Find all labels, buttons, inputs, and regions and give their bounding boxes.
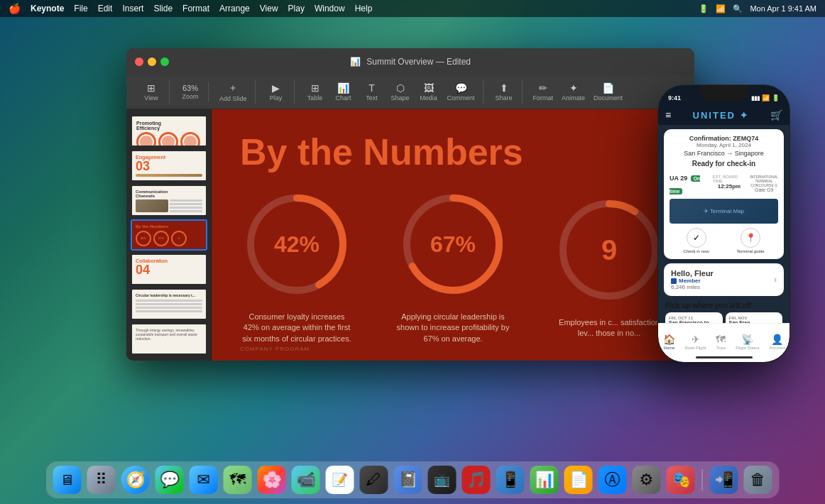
dock-maps[interactable]: 🗺 [224,466,252,494]
maximize-button[interactable] [160,57,169,66]
menu-slide[interactable]: Slide [153,4,173,13]
slide-thumb-8[interactable]: 8 By the Numbers 42% 67% 9 [131,219,207,251]
hamburger-menu[interactable]: ≡ [665,109,671,121]
dock-freeform[interactable]: 🖊 [360,466,388,494]
nav-home[interactable]: 🏠 Home [663,334,675,350]
slide-footer: COMPANY PROGRAM [240,346,310,352]
toolbar-animate-btn[interactable]: ✦ Animate [558,80,589,104]
menu-format[interactable]: Format [182,4,209,13]
toolbar-format-btn[interactable]: ✏ Format [530,80,557,104]
nav-trips[interactable]: 🗺 Trips [716,334,726,350]
document-icon: 📊 [350,57,361,67]
menu-play[interactable]: Play [288,4,305,13]
donut-chart-1: 42% [240,187,354,301]
toolbar-document-btn[interactable]: 📄 Document [590,80,626,104]
close-button[interactable] [135,57,143,66]
check-in-btn[interactable]: ✓ Check in now [683,228,709,253]
flight-card: Confirmation: ZEMQ74 Monday, April 1, 20… [664,129,784,259]
toolbar-table-btn[interactable]: ⊞ Table [302,80,329,104]
member-badge: Member [671,278,714,284]
dock-mail[interactable]: ✉ [190,466,218,494]
slide-thumb-7[interactable]: 7 CommunicationChannels [131,185,207,217]
keynote-canvas: By the Numbers 42% Consumer loyalty incr… [212,109,694,361]
nav-home-label: Home [663,346,674,350]
comic-icon: 🎭 [671,471,690,489]
dock-appstore[interactable]: Ⓐ [599,466,627,494]
dock-launchpad[interactable]: ⠿ [87,466,116,494]
nav-account-label: Account [769,346,785,350]
toolbar-add-slide-btn[interactable]: ＋ Add Slide [216,80,251,104]
slide-thumb-11[interactable]: 11 Through energy savings, renewables, s… [131,323,207,355]
slide-11-preview: Through energy savings, renewables, sust… [132,324,206,354]
menu-arrange[interactable]: Arrange [219,4,250,13]
signal-icon: ▮▮▮ [751,95,760,102]
toolbar-text-btn[interactable]: T Text [359,80,386,104]
donut-chart-3: 9 [552,193,666,307]
toolbar-comment-btn[interactable]: 💬 Comment [444,80,479,104]
nav-account[interactable]: 👤 Account [769,334,785,350]
dock-numbers[interactable]: 📊 [530,466,559,494]
slide-thumb-6[interactable]: 6 Engagement 03 [131,150,207,182]
apple-menu[interactable]: 🍎 [9,3,21,14]
iphone-screen: 9:41 ▮▮▮ 📶 🔋 ≡ UNITED ✦ 🛒 Confirmation: … [658,85,790,362]
animate-icon: ✦ [569,82,578,94]
toolbar-play-btn[interactable]: ▶ Play [263,80,290,104]
member-card[interactable]: Hello, Fleur Member 6,246 miles › [664,263,784,296]
dock-facetime[interactable]: 📹 [292,466,320,494]
dock-comic[interactable]: 🎭 [667,466,695,494]
dock-messages[interactable]: 💬 [155,466,184,494]
chart-percent-2: 67% [430,231,476,258]
maps-icon: 🗺 [230,471,246,489]
app-menu-keynote[interactable]: Keynote [31,4,64,13]
terminal-guide-btn[interactable]: 📍 Terminal guide [736,228,764,253]
menu-help[interactable]: Help [355,4,373,13]
toolbar-shape-btn[interactable]: ⬡ Shape [387,80,414,104]
minimize-button[interactable] [148,57,156,66]
toolbar-zoom-btn[interactable]: 63% Zoom [177,82,204,102]
menu-window[interactable]: Window [315,4,345,13]
slide-thumb-5[interactable]: 5 PromotingEfficiency [131,115,207,147]
mail-icon: ✉ [197,471,210,489]
dock-music[interactable]: 🎵 [462,466,491,494]
menu-insert[interactable]: Insert [122,4,143,13]
slide-thumb-9[interactable]: 9 Collaboration 04 [131,253,207,285]
chart-desc-2: Applying circular leadership is shown to… [396,312,510,344]
chart-percent-1: 42% [274,231,319,258]
dock-pages[interactable]: 📄 [564,466,593,494]
dock-system-prefs[interactable]: ⚙ [633,466,661,494]
slide-7-preview: CommunicationChannels [132,186,206,215]
cart-icon[interactable]: 🛒 [770,109,782,121]
dock-iphone-mirroring[interactable]: 📱 [496,466,525,494]
iphone-time: 9:41 [668,94,681,102]
menu-view[interactable]: View [260,4,278,13]
pickup-title: Pick up where you left off [665,302,782,309]
keynote-toolbar: ⊞ View 63% Zoom ＋ Add Slide ▶ Play [126,75,694,109]
flight-status-nav-icon: 📡 [741,334,753,345]
toolbar-chart-btn[interactable]: 📊 Chart [330,80,357,104]
toolbar-share-btn[interactable]: ⬆ Share [491,80,518,104]
dock-photos[interactable]: 🌸 [258,466,286,494]
dock-apptv[interactable]: 📺 [428,466,457,494]
chart-desc-1: Consumer loyalty increases 42% on averag… [240,312,354,344]
menu-file[interactable]: File [74,4,87,13]
dock-finder[interactable]: 🖥 [53,466,82,494]
dock-reminders[interactable]: 📝 [326,466,354,494]
slide-10-preview: Circular leadership is necessary t... [132,290,206,319]
menu-edit[interactable]: Edit [98,4,113,13]
apptv-icon: 📺 [435,472,450,488]
nav-book-flight[interactable]: ✈ Book Flight [685,334,706,350]
toolbar-media-btn[interactable]: 🖼 Media [415,80,442,104]
slide-thumb-10[interactable]: 10 Circular leadership is necessary t... [131,288,207,320]
search-icon[interactable]: 🔍 [733,4,743,13]
dock-safari[interactable]: 🧭 [121,466,150,494]
media-icon: 🖼 [424,82,434,94]
dock-notes[interactable]: 📓 [394,466,422,494]
toolbar-view-btn[interactable]: ⊞ View [138,80,165,104]
united-logo-icon: ✦ [740,110,749,121]
nav-flight-status[interactable]: 📡 Flight Status [736,334,759,350]
toolbar-add-slide-group: ＋ Add Slide [212,80,256,104]
dock-trash[interactable]: 🗑 [744,466,772,494]
window-titlebar: 📊 Summit Overview — Edited [126,48,694,75]
dock-iphone-widget[interactable]: 📲 [710,466,738,494]
check-in-label: Check in now [683,249,709,253]
